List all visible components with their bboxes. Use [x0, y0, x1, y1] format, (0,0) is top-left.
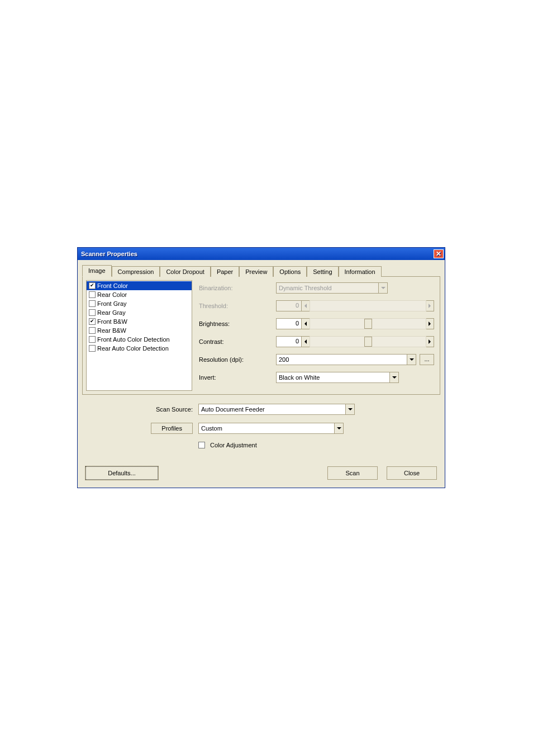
item-rear-color[interactable]: Rear Color: [87, 290, 192, 299]
item-front-color[interactable]: Front Color: [87, 281, 192, 290]
label-rear-bw: Rear B&W: [97, 327, 126, 334]
scan-source-combo[interactable]: Auto Document Feeder: [198, 404, 355, 415]
item-rear-auto-color[interactable]: Rear Auto Color Detection: [87, 344, 192, 353]
item-front-bw[interactable]: Front B&W: [87, 317, 192, 326]
checkbox-rear-bw[interactable]: [89, 327, 96, 334]
invert-label: Invert:: [198, 374, 276, 381]
contrast-inc-button[interactable]: [425, 336, 434, 347]
label-front-gray: Front Gray: [97, 300, 127, 307]
close-icon[interactable]: ✕: [434, 249, 444, 258]
label-front-color: Front Color: [97, 282, 128, 289]
profiles-combo[interactable]: Custom: [198, 423, 344, 434]
checkbox-rear-auto-color[interactable]: [89, 345, 96, 352]
chevron-down-icon[interactable]: [334, 423, 343, 433]
tab-compression[interactable]: Compression: [112, 266, 160, 277]
defaults-button[interactable]: Defaults...: [85, 466, 158, 480]
tab-preview[interactable]: Preview: [239, 266, 273, 277]
brightness-label: Brightness:: [198, 320, 276, 327]
titlebar[interactable]: Scanner Properties ✕: [78, 248, 445, 260]
brightness-inc-button[interactable]: [425, 318, 434, 329]
brightness-dec-button[interactable]: [301, 318, 310, 329]
resolution-label: Resolution (dpi):: [198, 356, 276, 363]
invert-combo[interactable]: Black on White: [276, 372, 399, 383]
chevron-down-icon[interactable]: [407, 355, 416, 365]
contrast-dec-button[interactable]: [301, 336, 310, 347]
contrast-label: Contrast:: [198, 338, 276, 345]
tab-setting[interactable]: Setting: [307, 266, 338, 277]
tab-information[interactable]: Information: [339, 266, 382, 277]
resolution-value: 200: [279, 356, 289, 363]
item-front-auto-color[interactable]: Front Auto Color Detection: [87, 335, 192, 344]
color-adjustment-label: Color Adjustment: [210, 442, 257, 448]
button-bar: Defaults... Scan Close: [81, 454, 441, 482]
chevron-down-icon: [378, 283, 387, 293]
scanner-properties-dialog: Scanner Properties ✕ Image Compression C…: [77, 247, 445, 488]
resolution-more-button[interactable]: ...: [420, 354, 434, 365]
checkbox-rear-color[interactable]: [89, 291, 96, 298]
binarization-value: Dynamic Threshold: [279, 285, 332, 291]
contrast-slider[interactable]: [310, 336, 426, 347]
brightness-value[interactable]: 0: [276, 318, 302, 329]
tab-options[interactable]: Options: [273, 266, 307, 277]
image-settings-panel: Binarization: Dynamic Threshold Threshol…: [194, 277, 440, 394]
scan-source-label: Scan Source:: [87, 406, 198, 413]
threshold-label: Threshold:: [198, 303, 276, 309]
tab-color-dropout[interactable]: Color Dropout: [160, 266, 210, 277]
checkbox-front-gray[interactable]: [89, 300, 96, 307]
chevron-down-icon[interactable]: [345, 404, 354, 414]
common-settings: Scan Source: Auto Document Feeder Profil…: [81, 395, 441, 454]
item-rear-bw[interactable]: Rear B&W: [87, 326, 192, 335]
resolution-combo[interactable]: 200: [276, 354, 416, 365]
threshold-slider: [310, 300, 426, 311]
item-rear-gray[interactable]: Rear Gray: [87, 308, 192, 317]
profiles-value: Custom: [201, 425, 222, 432]
scan-button[interactable]: Scan: [327, 466, 378, 480]
tab-strip: Image Compression Color Dropout Paper Pr…: [82, 264, 440, 277]
brightness-slider[interactable]: [310, 318, 426, 329]
item-front-gray[interactable]: Front Gray: [87, 299, 192, 308]
checkbox-front-color[interactable]: [89, 282, 96, 289]
binarization-combo: Dynamic Threshold: [276, 282, 388, 294]
close-button[interactable]: Close: [387, 466, 437, 480]
image-tab-panel: Front Color Rear Color Front Gray Rear G…: [82, 277, 440, 395]
threshold-dec-button: [301, 300, 310, 311]
invert-value: Black on White: [279, 374, 320, 381]
label-rear-gray: Rear Gray: [97, 309, 126, 316]
label-rear-auto-color: Rear Auto Color Detection: [97, 345, 169, 352]
binarization-label: Binarization:: [198, 285, 276, 291]
scan-source-value: Auto Document Feeder: [201, 406, 265, 413]
contrast-value[interactable]: 0: [276, 336, 302, 347]
color-adjustment-checkbox[interactable]: [198, 442, 205, 448]
chevron-down-icon[interactable]: [389, 372, 398, 382]
checkbox-front-bw[interactable]: [89, 318, 96, 325]
label-front-bw: Front B&W: [97, 318, 127, 325]
window-title: Scanner Properties: [81, 251, 137, 257]
checkbox-rear-gray[interactable]: [89, 309, 96, 316]
brightness-thumb[interactable]: [364, 319, 372, 329]
contrast-thumb[interactable]: [364, 337, 372, 347]
profiles-button[interactable]: Profiles: [151, 423, 193, 434]
label-rear-color: Rear Color: [97, 291, 127, 298]
tab-image[interactable]: Image: [82, 265, 112, 277]
threshold-value: 0: [276, 300, 302, 311]
checkbox-front-auto-color[interactable]: [89, 336, 96, 343]
tab-paper[interactable]: Paper: [211, 266, 239, 277]
label-front-auto-color: Front Auto Color Detection: [97, 336, 170, 343]
image-selection-list[interactable]: Front Color Rear Color Front Gray Rear G…: [86, 280, 192, 391]
threshold-inc-button: [425, 300, 434, 311]
